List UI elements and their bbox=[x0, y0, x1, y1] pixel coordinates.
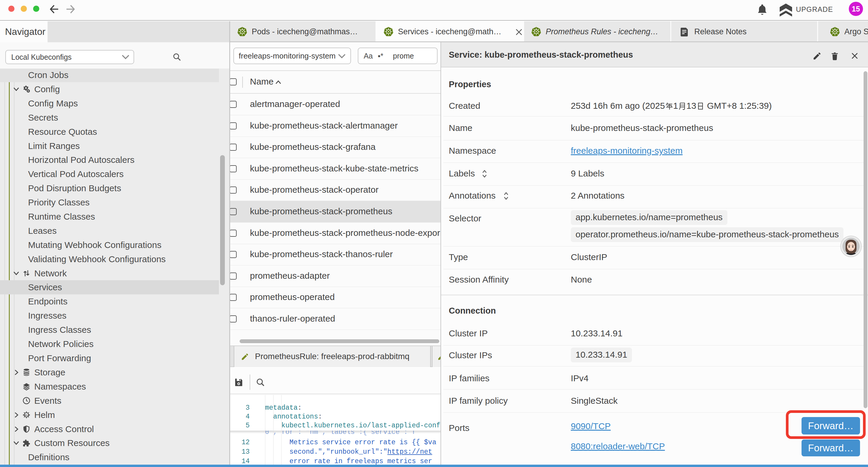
svg-text:HELM: HELM bbox=[23, 414, 30, 416]
